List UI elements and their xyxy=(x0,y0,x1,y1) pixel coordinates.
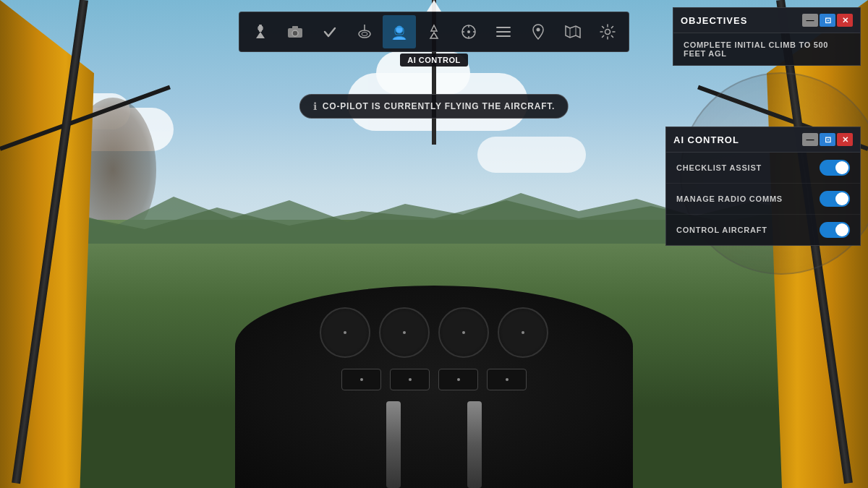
toolbar-btn-camera[interactable] xyxy=(278,15,312,48)
toolbar-bar xyxy=(239,12,629,52)
svg-marker-14 xyxy=(430,33,438,38)
svg-point-24 xyxy=(537,28,540,32)
toolbar-btn-settings[interactable] xyxy=(591,15,624,48)
manage-radio-thumb xyxy=(835,192,848,205)
svg-marker-13 xyxy=(431,25,437,31)
ai-control-header: AI CONTROL — ⊡ ✕ xyxy=(666,127,860,153)
ai-control-minimize-btn[interactable]: — xyxy=(802,133,818,146)
gauge-6 xyxy=(390,369,430,390)
objectives-minimize-btn[interactable]: — xyxy=(802,14,818,27)
ai-row-control-aircraft: CONTROL AIRCRAFT xyxy=(666,215,860,245)
ai-row-checklist-assist: CHECKLIST ASSIST xyxy=(666,153,860,184)
ai-control-title: AI CONTROL xyxy=(673,134,739,145)
objectives-title: OBJECTIVES xyxy=(681,15,747,26)
control-aircraft-label: CONTROL AIRCRAFT xyxy=(676,226,767,234)
toolbar-btn-compass[interactable] xyxy=(452,15,485,48)
toolbar-btn-missions[interactable] xyxy=(487,15,520,48)
svg-point-28 xyxy=(605,30,610,35)
instrument-panel xyxy=(199,257,669,488)
gauge-3 xyxy=(438,307,489,358)
toolbar-btn-map[interactable] xyxy=(556,15,590,48)
control-aircraft-toggle[interactable] xyxy=(820,222,850,238)
ai-row-manage-radio: MANAGE RADIO COMMS xyxy=(666,184,860,215)
toolbar-active-label: AI CONTROL xyxy=(400,53,467,67)
objectives-close-btn[interactable]: ✕ xyxy=(837,14,853,27)
svg-point-9 xyxy=(362,33,367,36)
objectives-controls: — ⊡ ✕ xyxy=(802,14,853,27)
checklist-assist-toggle[interactable] xyxy=(820,160,850,176)
toolbar-btn-checklist[interactable] xyxy=(313,15,346,48)
control-col-left xyxy=(386,401,401,488)
copilot-text: CO-PILOT IS CURRENTLY FLYING THE AIRCRAF… xyxy=(323,101,555,111)
toolbar-btn-atc[interactable] xyxy=(244,15,277,48)
objectives-text: COMPLETE INITIAL CLIMB TO 500 FEET AGL xyxy=(673,33,860,65)
svg-rect-7 xyxy=(292,26,298,29)
manage-radio-toggle[interactable] xyxy=(820,191,850,207)
ai-control-close-btn[interactable]: ✕ xyxy=(837,133,853,146)
toolbar-indicator xyxy=(427,0,441,12)
svg-point-20 xyxy=(467,30,470,33)
svg-marker-25 xyxy=(566,26,580,38)
copilot-info-icon: ℹ xyxy=(313,100,317,112)
objectives-header: OBJECTIVES — ⊡ ✕ xyxy=(673,8,860,33)
svg-marker-3 xyxy=(256,32,265,38)
checklist-assist-thumb xyxy=(835,161,848,174)
dash-panel xyxy=(235,286,633,488)
gauge-2 xyxy=(379,307,430,358)
toolbar-btn-weather[interactable] xyxy=(417,15,451,48)
ai-control-restore-btn[interactable]: ⊡ xyxy=(820,133,835,146)
gauge-7 xyxy=(438,369,478,390)
gauge-4 xyxy=(498,307,548,358)
toolbar: AI CONTROL xyxy=(239,0,629,52)
toolbar-btn-ai-control[interactable] xyxy=(383,15,416,48)
ai-control-panel: AI CONTROL — ⊡ ✕ CHECKLIST ASSIST MANAGE… xyxy=(665,127,861,246)
gauge-8 xyxy=(487,369,527,390)
ai-control-controls: — ⊡ ✕ xyxy=(802,133,853,146)
toolbar-btn-waypoints[interactable] xyxy=(522,15,555,48)
control-aircraft-thumb xyxy=(835,223,848,236)
svg-point-8 xyxy=(359,30,370,38)
objectives-panel: OBJECTIVES — ⊡ ✕ COMPLETE INITIAL CLIMB … xyxy=(673,7,861,66)
copilot-notification: ℹ CO-PILOT IS CURRENTLY FLYING THE AIRCR… xyxy=(299,94,569,119)
manage-radio-label: MANAGE RADIO COMMS xyxy=(676,194,783,203)
objectives-restore-btn[interactable]: ⊡ xyxy=(820,14,835,27)
gauge-1 xyxy=(320,307,370,358)
toolbar-btn-navaids[interactable] xyxy=(348,15,381,48)
checklist-assist-label: CHECKLIST ASSIST xyxy=(676,163,762,172)
svg-point-6 xyxy=(292,30,298,36)
gauge-5 xyxy=(341,369,381,390)
control-col-right xyxy=(467,401,482,488)
